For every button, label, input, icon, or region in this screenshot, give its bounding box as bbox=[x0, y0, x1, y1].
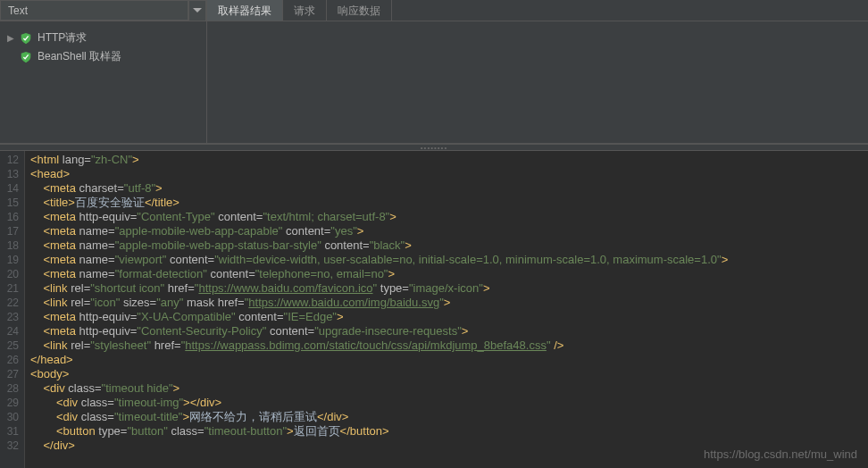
expand-icon[interactable]: ▶ bbox=[7, 33, 18, 43]
code-line[interactable]: <meta name="apple-mobile-web-app-capable… bbox=[30, 224, 868, 238]
tab-request[interactable]: 请求 bbox=[283, 0, 327, 21]
tree-item-label: BeanShell 取样器 bbox=[38, 49, 121, 64]
tree-item-http[interactable]: ▶ HTTP请求 bbox=[4, 29, 203, 47]
tree-dropdown-button[interactable] bbox=[188, 0, 206, 21]
code-line[interactable]: <div class="timeout-img"></div> bbox=[30, 396, 868, 410]
tab-response[interactable]: 响应数据 bbox=[327, 0, 392, 21]
line-number: 25 bbox=[0, 338, 19, 353]
line-number: 30 bbox=[0, 410, 19, 424]
code-line[interactable]: <link rel="shortcut icon" href="https://… bbox=[30, 281, 868, 296]
tree-item-beanshell[interactable]: BeanShell 取样器 bbox=[4, 47, 203, 66]
horizontal-splitter[interactable]: •••••••• bbox=[0, 144, 868, 151]
code-line[interactable]: <head> bbox=[30, 167, 868, 181]
line-number: 15 bbox=[0, 196, 19, 210]
code-line[interactable]: <meta http-equiv="Content-Type" content=… bbox=[30, 210, 868, 224]
line-number: 26 bbox=[0, 353, 19, 367]
line-number: 23 bbox=[0, 310, 19, 324]
tab-sampler-result[interactable]: 取样器结果 bbox=[207, 0, 283, 21]
line-number: 13 bbox=[0, 167, 19, 181]
line-number: 12 bbox=[0, 153, 19, 167]
code-editor[interactable]: 1213141516171819202122232425262728293031… bbox=[0, 151, 868, 468]
code-line[interactable]: <meta http-equiv="Content-Security-Polic… bbox=[30, 324, 868, 338]
top-panel: Text ▶ HTTP请求 BeanShell 取样器 取样器结果 请求 响应数… bbox=[0, 0, 868, 144]
line-number: 21 bbox=[0, 281, 19, 296]
line-number: 28 bbox=[0, 381, 19, 396]
code-line[interactable]: <body> bbox=[30, 367, 868, 381]
code-line[interactable]: <div class="timeout-title">网络不给力，请稍后重试</… bbox=[30, 410, 868, 424]
line-number: 17 bbox=[0, 224, 19, 238]
code-line[interactable]: <meta name="format-detection" content="t… bbox=[30, 267, 868, 281]
shield-icon bbox=[20, 32, 32, 45]
code-line[interactable]: <html lang="zh-CN"> bbox=[30, 153, 868, 167]
line-number: 24 bbox=[0, 324, 19, 338]
line-number: 18 bbox=[0, 238, 19, 253]
line-gutter: 1213141516171819202122232425262728293031… bbox=[0, 151, 25, 468]
line-number: 29 bbox=[0, 396, 19, 410]
tree-header: Text bbox=[0, 0, 206, 21]
code-line[interactable]: </head> bbox=[30, 353, 868, 367]
tree-content: ▶ HTTP请求 BeanShell 取样器 bbox=[0, 21, 206, 73]
results-panel: 取样器结果 请求 响应数据 bbox=[207, 0, 868, 143]
tree-panel: Text ▶ HTTP请求 BeanShell 取样器 bbox=[0, 0, 207, 143]
shield-icon bbox=[20, 51, 32, 63]
line-number: 22 bbox=[0, 296, 19, 310]
code-line[interactable]: <meta name="viewport" content="width=dev… bbox=[30, 253, 868, 267]
line-number: 16 bbox=[0, 210, 19, 224]
code-content[interactable]: <html lang="zh-CN"><head> <meta charset=… bbox=[25, 151, 868, 468]
code-line[interactable]: <link rel="icon" sizes="any" mask href="… bbox=[30, 296, 868, 310]
code-line[interactable]: <title>百度安全验证</title> bbox=[30, 196, 868, 210]
tree-title: Text bbox=[0, 0, 188, 21]
chevron-down-icon bbox=[193, 8, 202, 13]
line-number: 27 bbox=[0, 367, 19, 381]
line-number: 31 bbox=[0, 424, 19, 439]
line-number: 20 bbox=[0, 267, 19, 281]
line-number: 32 bbox=[0, 439, 19, 453]
line-number: 14 bbox=[0, 181, 19, 196]
code-line[interactable]: </div> bbox=[30, 439, 868, 453]
code-line[interactable]: <meta charset="utf-8"> bbox=[30, 181, 868, 196]
tabs-row: 取样器结果 请求 响应数据 bbox=[207, 0, 868, 21]
code-line[interactable]: <button type="button" class="timeout-but… bbox=[30, 424, 868, 439]
code-line[interactable]: <meta http-equiv="X-UA-Compatible" conte… bbox=[30, 310, 868, 324]
code-line[interactable]: <div class="timeout hide"> bbox=[30, 381, 868, 396]
line-number: 19 bbox=[0, 253, 19, 267]
code-line[interactable]: <meta name="apple-mobile-web-app-status-… bbox=[30, 238, 868, 253]
code-line[interactable]: <link rel="stylesheet" href="https://wap… bbox=[30, 338, 868, 353]
tree-item-label: HTTP请求 bbox=[38, 30, 87, 46]
